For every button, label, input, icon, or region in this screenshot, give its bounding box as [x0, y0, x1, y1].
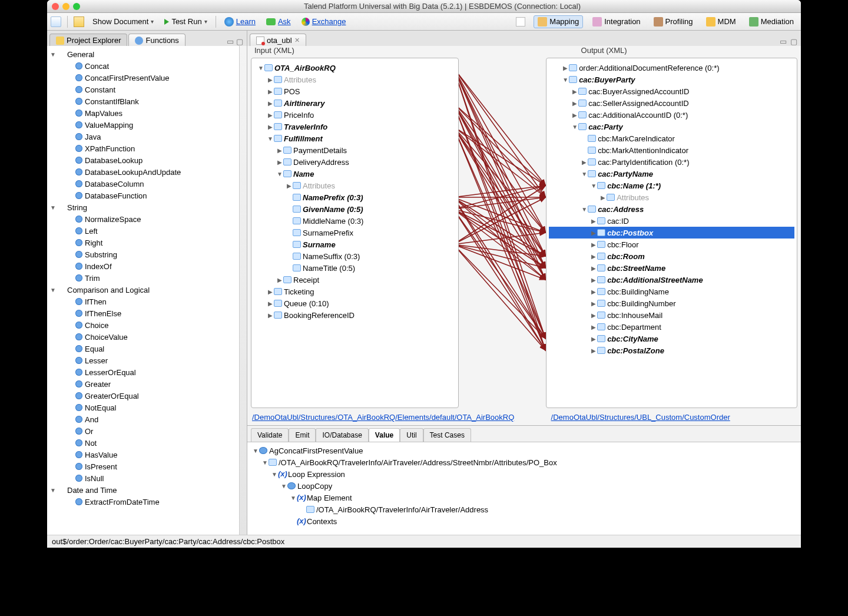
function-item[interactable]: IfThen: [49, 296, 247, 307]
output-node[interactable]: ▶cbc:InhouseMail: [549, 309, 794, 321]
input-node[interactable]: ▼Fulfillment: [254, 133, 456, 144]
function-item[interactable]: And: [49, 413, 247, 425]
tree-folder[interactable]: ▼Date and Time: [49, 484, 247, 496]
detail-row[interactable]: ▼AgConcatFirstPresentValue: [252, 445, 796, 456]
function-item[interactable]: Right: [49, 237, 247, 249]
function-item[interactable]: IsPresent: [49, 461, 247, 472]
detail-row[interactable]: ▼/OTA_AirBookRQ/TravelerInfo/AirTraveler…: [252, 456, 796, 468]
detail-row[interactable]: ▼(x)Map Element: [252, 492, 796, 504]
function-item[interactable]: IfThenElse: [49, 307, 247, 319]
exchange-link[interactable]: Exchange: [299, 16, 349, 27]
perspective-mediation[interactable]: Mediation: [746, 16, 797, 28]
function-item[interactable]: Equal: [49, 343, 247, 355]
perspective-mdm[interactable]: MDM: [703, 16, 740, 28]
output-node[interactable]: ▼cac:Party: [549, 121, 794, 133]
input-node[interactable]: NameSuffix (0:3): [254, 250, 456, 262]
input-tree[interactable]: ▼OTA_AirBookRQ▶Attributes▶POS▶AirItinera…: [251, 58, 459, 408]
function-item[interactable]: Java: [49, 131, 247, 143]
function-item[interactable]: Left: [49, 225, 247, 237]
function-item[interactable]: HasValue: [49, 449, 247, 461]
function-item[interactable]: ChoiceValue: [49, 331, 247, 343]
function-item[interactable]: ExtractFromDateTime: [49, 496, 247, 508]
detail-row[interactable]: ▼(x)Loop Expression: [252, 468, 796, 480]
editor-tab-ota-ubl[interactable]: ota_ubl ✕: [250, 34, 306, 46]
new-icon[interactable]: [51, 16, 61, 27]
minimize-editor-icon[interactable]: ▭: [780, 37, 787, 46]
input-node[interactable]: ▶TravelerInfo: [254, 121, 456, 133]
perspective-mapping[interactable]: Mapping: [534, 15, 583, 28]
maximize-view-icon[interactable]: ▢: [236, 37, 243, 46]
input-node[interactable]: GivenName (0:5): [254, 203, 456, 215]
output-node[interactable]: ▶cbc:CityName: [549, 333, 794, 345]
output-node[interactable]: ▶cbc:StreetName: [549, 262, 794, 274]
detail-tree[interactable]: ▼AgConcatFirstPresentValue▼/OTA_AirBookR…: [247, 442, 801, 537]
detail-row[interactable]: /OTA_AirBookRQ/TravelerInfo/AirTraveler/…: [252, 504, 796, 515]
function-item[interactable]: MapValues: [49, 107, 247, 119]
input-node[interactable]: NameTitle (0:5): [254, 262, 456, 274]
close-window-button[interactable]: [52, 3, 59, 10]
detail-row[interactable]: ▼LoopCopy: [252, 480, 796, 492]
function-item[interactable]: Concat: [49, 60, 247, 72]
function-item[interactable]: Substring: [49, 249, 247, 260]
output-node[interactable]: ▼cbc:Name (1:*): [549, 180, 794, 191]
output-node[interactable]: ▶cbc:Department: [549, 321, 794, 333]
output-node[interactable]: ▶cac:BuyerAssignedAccountID: [549, 85, 794, 97]
close-tab-icon[interactable]: ✕: [294, 37, 300, 44]
output-tree[interactable]: ▶order:AdditionalDocumentReference (0:*)…: [546, 58, 797, 408]
function-item[interactable]: Not: [49, 437, 247, 449]
perspective-icon[interactable]: [74, 16, 84, 27]
detail-tab[interactable]: Util: [400, 428, 423, 442]
minimize-view-icon[interactable]: ▭: [227, 37, 234, 46]
function-item[interactable]: Trim: [49, 272, 247, 284]
function-item[interactable]: Lesser: [49, 355, 247, 366]
detail-tab[interactable]: IO/Database: [316, 428, 368, 442]
function-item[interactable]: XPathFunction: [49, 143, 247, 154]
ask-link[interactable]: Ask: [264, 16, 293, 27]
output-node[interactable]: ▶cbc:Postbox: [549, 227, 794, 239]
function-item[interactable]: Or: [49, 425, 247, 437]
output-path-link[interactable]: /DemoOtaUbl/Structures/UBL_Custom/Custom…: [546, 410, 801, 425]
input-node[interactable]: ▶Attributes: [254, 180, 456, 191]
input-node[interactable]: ▶DeliveryAddress: [254, 156, 456, 168]
input-node[interactable]: ▶PaymentDetails: [254, 144, 456, 156]
detail-tab[interactable]: Value: [369, 428, 400, 442]
learn-link[interactable]: Learn: [222, 16, 258, 28]
functions-tree[interactable]: ▼GeneralConcatConcatFirstPresentValueCon…: [47, 46, 247, 537]
detail-tab[interactable]: Emit: [289, 428, 316, 442]
output-node[interactable]: cbc:MarkCareIndicator: [549, 133, 794, 144]
function-item[interactable]: ValueMapping: [49, 119, 247, 131]
function-item[interactable]: ConcatFirstPresentValue: [49, 72, 247, 84]
function-item[interactable]: DatabaseLookup: [49, 154, 247, 166]
output-node[interactable]: ▼cac:BuyerParty: [549, 74, 794, 85]
input-path-link[interactable]: /DemoOtaUbl/Structures/OTA_AirBookRQ/Ele…: [247, 410, 458, 425]
function-item[interactable]: IsNull: [49, 472, 247, 484]
function-item[interactable]: NotEqual: [49, 402, 247, 413]
output-node[interactable]: ▼cac:PartyName: [549, 168, 794, 180]
input-node[interactable]: ▶PriceInfo: [254, 109, 456, 121]
tab-project-explorer[interactable]: Project Explorer: [49, 34, 127, 46]
function-item[interactable]: NormalizeSpace: [49, 213, 247, 225]
detail-tab[interactable]: Test Cases: [423, 428, 471, 442]
perspective-profiling[interactable]: Profiling: [650, 16, 697, 28]
input-node[interactable]: ▶Attributes: [254, 74, 456, 85]
input-node[interactable]: ▶AirItinerary: [254, 97, 456, 109]
function-item[interactable]: Choice: [49, 319, 247, 331]
input-node[interactable]: ▼Name: [254, 168, 456, 180]
zoom-window-button[interactable]: [73, 3, 80, 10]
show-document-button[interactable]: Show Document▾: [90, 16, 156, 27]
input-node[interactable]: ▶Ticketing: [254, 286, 456, 297]
input-node[interactable]: Surname: [254, 239, 456, 250]
output-node[interactable]: ▶cbc:AdditionalStreetName: [549, 274, 794, 286]
perspective-integration[interactable]: Integration: [589, 16, 644, 28]
output-node[interactable]: ▶order:AdditionalDocumentReference (0:*): [549, 62, 794, 74]
tree-folder[interactable]: ▼Comparison and Logical: [49, 284, 247, 296]
input-node[interactable]: ▶Queue (0:10): [254, 297, 456, 309]
tree-folder[interactable]: ▼General: [49, 48, 247, 60]
input-node[interactable]: ▶POS: [254, 85, 456, 97]
function-item[interactable]: DatabaseColumn: [49, 178, 247, 190]
function-item[interactable]: DatabaseFunction: [49, 190, 247, 201]
output-node[interactable]: cbc:MarkAttentionIndicator: [549, 144, 794, 156]
function-item[interactable]: DatabaseLookupAndUpdate: [49, 166, 247, 178]
output-node[interactable]: ▶cbc:BuildingNumber: [549, 297, 794, 309]
output-node[interactable]: ▼cac:Address: [549, 203, 794, 215]
